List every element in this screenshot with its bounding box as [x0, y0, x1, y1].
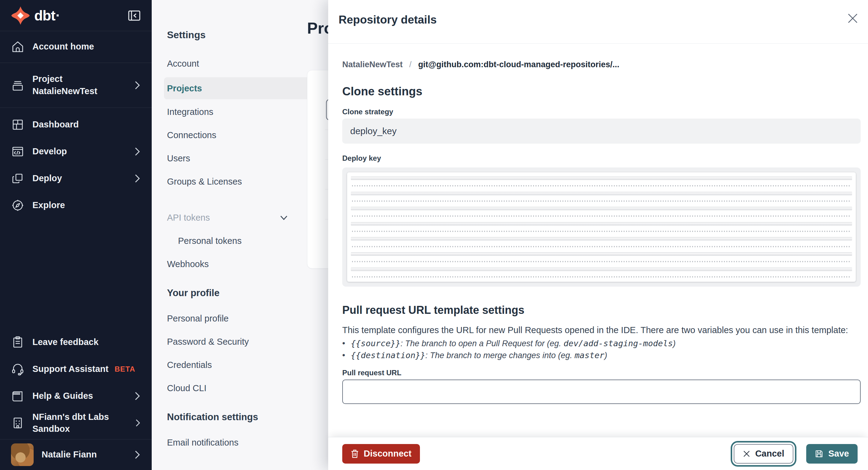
drawer-header: Repository details	[328, 0, 868, 44]
close-icon[interactable]	[845, 11, 860, 26]
beta-badge: BETA	[115, 365, 135, 373]
redacted-key-line	[351, 268, 852, 271]
user-name: Natalie Fiann	[41, 448, 97, 461]
settings-nav-users[interactable]: Users	[164, 149, 316, 168]
settings-nav-notifications-title: Notification settings	[167, 412, 316, 423]
sidebar-item-label: Deploy	[32, 172, 62, 184]
avatar	[11, 443, 34, 466]
redacted-key-line	[351, 177, 852, 180]
sidebar-item-dashboard[interactable]: Dashboard	[0, 111, 152, 138]
chevron-down-icon[interactable]	[279, 213, 288, 222]
settings-nav-email-notifications[interactable]: Email notifications	[164, 433, 316, 452]
settings-nav-projects[interactable]: Projects	[164, 77, 316, 99]
breadcrumb: NatalieNewTest / git@github.com:dbt-clou…	[342, 60, 619, 69]
settings-nav-personal-tokens[interactable]: Personal tokens	[164, 231, 316, 250]
settings-nav-connections[interactable]: Connections	[164, 126, 316, 144]
deploy-key-redacted-content	[347, 172, 856, 282]
sidebar-item-help-guides[interactable]: Help & Guides	[0, 382, 152, 409]
chevron-right-icon	[135, 418, 141, 428]
sidebar-item-label: Explore	[32, 199, 65, 211]
chevron-right-icon	[134, 80, 141, 91]
deploy-key-box[interactable]	[342, 167, 861, 287]
project-icon	[11, 78, 25, 92]
headset-icon	[11, 362, 25, 376]
home-icon	[11, 40, 25, 54]
settings-nav-account[interactable]: Account	[164, 54, 316, 73]
dashboard-icon	[11, 118, 25, 131]
sidebar-item-sandbox-account[interactable]: NFiann's dbt Labs Sandbox	[0, 409, 152, 436]
breadcrumb-repo: git@github.com:dbt-cloud-managed-reposit…	[418, 60, 619, 69]
sidebar-item-project[interactable]: Project NatalieNewTest	[0, 63, 152, 108]
pr-template-bullet-source: {{source}}: The branch to open a Pull Re…	[351, 339, 856, 348]
redacted-key-line	[351, 237, 852, 240]
breadcrumb-project-link[interactable]: NatalieNewTest	[342, 60, 403, 69]
redacted-key-line	[351, 222, 852, 226]
redacted-key-line	[352, 246, 851, 247]
sidebar-item-develop[interactable]: Develop	[0, 138, 152, 165]
collapse-sidebar-icon[interactable]	[127, 8, 141, 23]
building-icon	[11, 416, 25, 430]
drawer-footer: Disconnect Cancel Save	[328, 437, 868, 470]
sidebar-item-label: Project NatalieNewTest	[32, 73, 97, 97]
settings-nav-title: Settings	[167, 29, 316, 41]
settings-nav-personal-profile[interactable]: Personal profile	[164, 309, 316, 328]
settings-nav-groups-licenses[interactable]: Groups & Licenses	[164, 172, 316, 191]
develop-icon	[11, 145, 25, 158]
save-label: Save	[828, 448, 849, 459]
logo-trademark-dot	[57, 14, 59, 16]
chevron-right-icon	[134, 449, 141, 460]
settings-nav-credentials[interactable]: Credentials	[164, 356, 316, 374]
sidebar-item-account-home[interactable]: Account home	[0, 31, 152, 63]
book-icon	[11, 389, 25, 403]
clone-settings-title: Clone settings	[342, 85, 423, 98]
deploy-icon	[11, 172, 25, 185]
cancel-button[interactable]: Cancel	[734, 444, 794, 464]
sidebar-item-label: Develop	[32, 145, 67, 157]
pr-template-description: This template configures the URL for new…	[342, 325, 856, 335]
redacted-key-line	[352, 261, 851, 262]
sidebar-item-label: Account home	[32, 41, 94, 53]
settings-nav: Settings Account Projects Integrations C…	[152, 0, 328, 470]
chevron-right-icon	[134, 173, 141, 184]
drawer-title: Repository details	[339, 13, 437, 26]
sidebar-item-label: Help & Guides	[32, 390, 93, 402]
explore-icon	[11, 199, 25, 212]
sidebar-item-support-assistant[interactable]: Support Assistant BETA	[0, 356, 152, 382]
save-icon	[815, 449, 823, 458]
settings-nav-webhooks[interactable]: Webhooks	[164, 255, 316, 273]
pr-template-bullet-destination: {{destination}}: The branch to merge cha…	[351, 350, 856, 360]
deploy-key-label: Deploy key	[342, 154, 381, 163]
dbt-logo-icon	[11, 6, 30, 25]
sidebar-item-label: Support Assistant	[32, 363, 108, 375]
sidebar-user-menu[interactable]: Natalie Fiann	[0, 439, 152, 470]
sidebar-item-label: Leave feedback	[32, 336, 98, 348]
settings-nav-password-security[interactable]: Password & Security	[164, 332, 316, 351]
pr-url-input[interactable]	[342, 379, 861, 404]
redacted-key-line	[352, 185, 851, 187]
sidebar-item-label: Dashboard	[32, 119, 79, 131]
chevron-right-icon	[134, 146, 141, 157]
settings-nav-api-tokens[interactable]: API tokens	[164, 208, 316, 227]
settings-nav-profile-title: Your profile	[167, 288, 316, 299]
trash-icon	[351, 449, 359, 459]
cancel-x-icon	[743, 450, 750, 458]
logo-text: dbt	[34, 8, 55, 23]
settings-nav-cloud-cli[interactable]: Cloud CLI	[164, 379, 316, 398]
clipboard-icon	[11, 336, 25, 349]
sidebar-item-explore[interactable]: Explore	[0, 192, 152, 219]
redacted-key-line	[351, 192, 852, 195]
chevron-right-icon	[134, 391, 141, 401]
redacted-key-line	[351, 207, 852, 210]
sidebar-item-deploy[interactable]: Deploy	[0, 165, 152, 192]
redacted-key-line	[352, 200, 851, 202]
settings-nav-integrations[interactable]: Integrations	[164, 102, 316, 121]
pr-url-label: Pull request URL	[342, 369, 401, 377]
disconnect-button[interactable]: Disconnect	[342, 444, 420, 464]
sidebar-item-label: NFiann's dbt Labs Sandbox	[32, 411, 135, 435]
cancel-label: Cancel	[755, 448, 784, 459]
sidebar-item-leave-feedback[interactable]: Leave feedback	[0, 329, 152, 356]
logo-row: dbt	[0, 0, 152, 31]
clone-strategy-label: Clone strategy	[342, 108, 393, 116]
save-button[interactable]: Save	[806, 444, 858, 464]
clone-strategy-value: deploy_key	[342, 119, 861, 144]
